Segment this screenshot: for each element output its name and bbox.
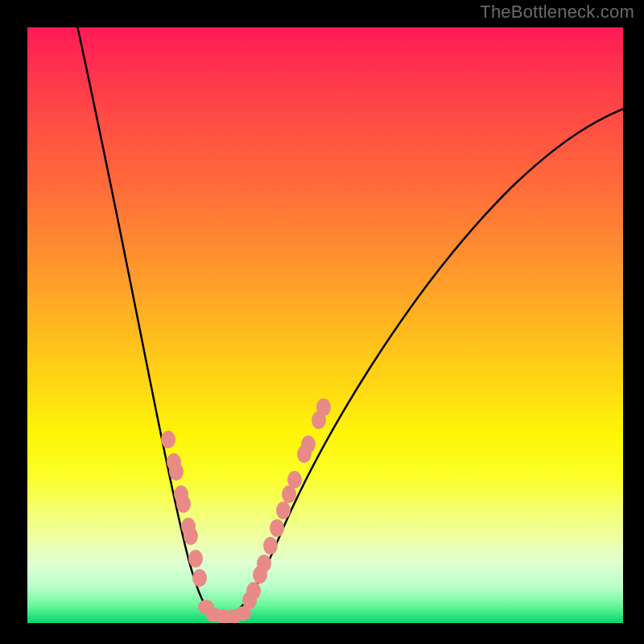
data-point — [263, 537, 278, 555]
data-point — [276, 502, 291, 519]
data-point — [246, 582, 261, 600]
data-point — [316, 398, 331, 416]
data-point — [184, 527, 198, 545]
curve-layer — [74, 27, 623, 617]
data-point — [161, 431, 175, 448]
chart-container: TheBottleneck.com — [0, 0, 644, 644]
curve-path — [74, 27, 623, 617]
chart-svg — [27, 27, 623, 623]
data-point — [270, 519, 284, 537]
data-point — [188, 550, 203, 568]
data-point — [301, 436, 316, 453]
data-point — [192, 569, 207, 587]
watermark-text: TheBottleneck.com — [480, 2, 634, 23]
data-point — [169, 463, 184, 481]
data-point — [176, 495, 191, 513]
scatter-layer — [161, 398, 331, 623]
data-point — [287, 471, 302, 489]
data-point — [257, 555, 271, 572]
plot-area — [27, 27, 623, 623]
